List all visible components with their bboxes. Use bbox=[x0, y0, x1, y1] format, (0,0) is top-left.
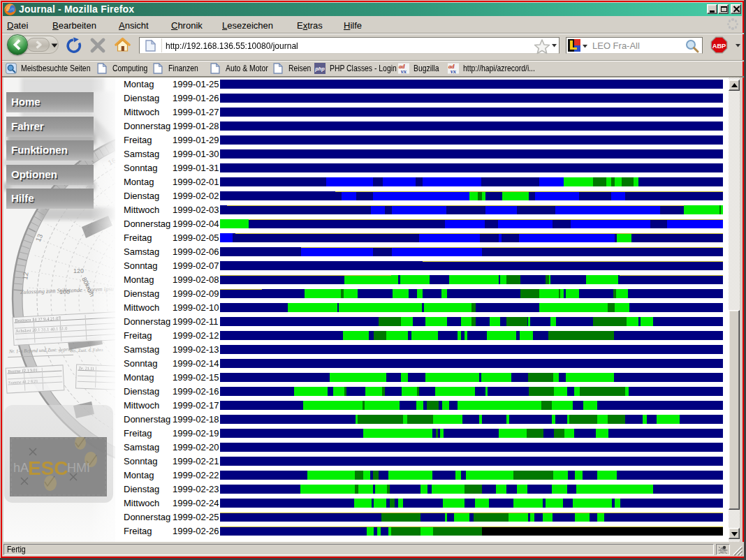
svg-text:hA: hA bbox=[13, 461, 29, 475]
svg-text:vx: vx bbox=[401, 68, 407, 74]
svg-text:ESC: ESC bbox=[28, 457, 68, 479]
svg-text:php: php bbox=[314, 66, 325, 72]
svg-text:HMI: HMI bbox=[67, 461, 90, 475]
svg-text:ABP: ABP bbox=[712, 43, 726, 50]
svg-text:vx: vx bbox=[451, 68, 457, 74]
